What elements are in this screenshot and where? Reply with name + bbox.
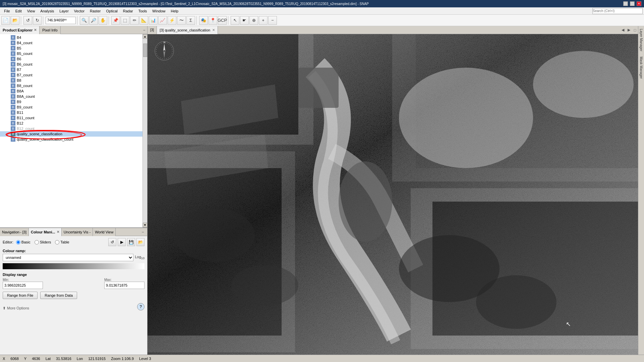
basic-radio-label[interactable]: Basic [16, 240, 31, 244]
draw-button[interactable]: ✏ [130, 16, 139, 25]
tree-item-quality-scene-classification[interactable]: B quality_scene_classification [0, 131, 142, 137]
mask-button[interactable]: 🎭 [199, 16, 208, 25]
zoom-in-button[interactable]: 🔍 [80, 16, 89, 25]
pin-button[interactable]: 📍 [209, 16, 217, 25]
tree-item-b9count[interactable]: B B9_count [0, 104, 142, 110]
tree-item-b11[interactable]: B B11 [0, 110, 142, 115]
image-tab-3[interactable]: [3] [148, 26, 157, 34]
navigation-tab[interactable]: Navigation - [3] [0, 228, 29, 236]
pan-button[interactable]: ✋ [99, 16, 107, 25]
colour-ramp-select[interactable]: unnamed [3, 254, 133, 261]
tree-item-b5[interactable]: B B5 [0, 46, 142, 51]
tree-item-b7[interactable]: B B7 [0, 67, 142, 72]
spectrum-button[interactable]: 📊 [149, 16, 158, 25]
tree-item-b8acount[interactable]: B B8A_count [0, 94, 142, 99]
tree-item-b9[interactable]: B B9 [0, 99, 142, 104]
menu-radar[interactable]: Radar [120, 8, 136, 14]
range-from-file-button[interactable]: Range from File [3, 292, 38, 299]
layer-manager-label[interactable]: Layer Manager [639, 26, 644, 54]
minimize-button[interactable]: — [623, 1, 628, 6]
tree-item-b12count[interactable]: B B12_count [0, 126, 142, 131]
tree-item-b8count[interactable]: B B8_count [0, 83, 142, 88]
uncertainty-vis-tab[interactable]: Uncertainty Vis - [62, 228, 93, 236]
tree-item-b5count[interactable]: B B5_count [0, 51, 142, 56]
zoom-button[interactable]: ⊕ [249, 16, 258, 25]
mask-manager-label[interactable]: Mask Manager [639, 54, 644, 81]
min-input[interactable] [3, 282, 43, 289]
image-area[interactable]: N ↖ [148, 34, 638, 355]
tree-item-b6[interactable]: B B6 [0, 56, 142, 62]
stat-button[interactable]: Σ [186, 16, 195, 25]
pin-scene-button[interactable]: 📌 [111, 16, 120, 25]
sliders-radio[interactable] [35, 240, 39, 244]
tree-scrollbar[interactable]: ▲ ▼ [142, 34, 147, 227]
scroll-up-arrow[interactable]: ▲ [143, 34, 148, 39]
tree-item-b4count[interactable]: B B4_count [0, 40, 142, 46]
image-tab-close[interactable]: ✕ [212, 28, 215, 32]
menu-optical[interactable]: Optical [103, 8, 120, 14]
menu-analysis[interactable]: Analysis [38, 8, 57, 14]
menu-layer[interactable]: Layer [57, 8, 71, 14]
zoomout-button[interactable]: − [268, 16, 277, 25]
panel-close-button[interactable]: − [141, 27, 147, 33]
open-button[interactable]: 📂 [11, 16, 19, 25]
select-button[interactable]: ⬚ [121, 16, 129, 25]
menu-raster[interactable]: Raster [87, 8, 103, 14]
tree-item-b4[interactable]: B B4 [0, 35, 142, 40]
profile-button[interactable]: 〜 [177, 16, 186, 25]
colour-manipulation-tab[interactable]: Colour Mani... ✕ [29, 228, 62, 236]
menu-help[interactable]: Help [168, 8, 181, 14]
tree-item-b7count[interactable]: B B7_count [0, 72, 142, 78]
maximize-tab-button[interactable]: □ [632, 27, 638, 33]
menu-window[interactable]: Window [150, 8, 168, 14]
menu-edit[interactable]: Edit [13, 8, 24, 14]
menu-tools[interactable]: Tools [136, 8, 150, 14]
menu-vector[interactable]: Vector [71, 8, 87, 14]
close-button[interactable]: ✕ [637, 1, 641, 6]
world-view-tab[interactable]: World View [93, 228, 116, 236]
coord-input[interactable] [46, 17, 76, 24]
hand-button[interactable]: ☛ [240, 16, 249, 25]
zoomin-button[interactable]: + [259, 16, 268, 25]
undo-button[interactable]: ↺ [23, 16, 32, 25]
prev-tab-button[interactable]: ◀ [620, 27, 626, 33]
apply-button[interactable]: ▶ [118, 238, 126, 246]
tree-item-b8[interactable]: B B8 [0, 78, 142, 83]
zoom-out-button[interactable]: 🔎 [89, 16, 98, 25]
next-tab-button[interactable]: ▶ [626, 27, 632, 33]
search-input[interactable] [592, 8, 643, 14]
redo-button[interactable]: ↻ [33, 16, 42, 25]
help-button[interactable]: ? [137, 303, 144, 310]
scroll-thumb[interactable] [143, 44, 147, 57]
tree-item-b6count[interactable]: B B6_count [0, 62, 142, 67]
nav-panel-close-button[interactable]: − [140, 229, 146, 235]
measure-button[interactable]: 📐 [139, 16, 148, 25]
new-button[interactable]: 📄 [1, 16, 10, 25]
gcp-button[interactable]: GCP [218, 16, 227, 25]
range-from-data-button[interactable]: Range from Data [40, 292, 77, 299]
import-button[interactable]: 📂 [136, 238, 144, 246]
menu-file[interactable]: File [1, 8, 13, 14]
pixel-info-tab[interactable]: Pixel Info [40, 26, 60, 34]
tree-item-b8a[interactable]: B B8A [0, 88, 142, 94]
sliders-radio-label[interactable]: Sliders [35, 240, 51, 244]
save-button[interactable]: 💾 [127, 238, 135, 246]
quality-scene-tab[interactable]: [3] quality_scene_classification ✕ [157, 26, 218, 34]
table-radio-label[interactable]: Table [55, 240, 69, 244]
product-explorer-close[interactable]: ✕ [34, 28, 37, 32]
reset-button[interactable]: ↺ [108, 238, 116, 246]
product-explorer-tab[interactable]: Product Explorer ✕ [0, 26, 40, 34]
tree-item-b11count[interactable]: B B11_count [0, 115, 142, 121]
scroll-down-arrow[interactable]: ▼ [143, 223, 148, 227]
chart-button[interactable]: 📈 [158, 16, 167, 25]
tree-item-quality-scene-classification-count[interactable]: B quality_scene_classification_count [0, 137, 142, 142]
tree-item-b12[interactable]: B B12 [0, 121, 142, 126]
basic-radio[interactable] [16, 240, 20, 244]
cursor-button[interactable]: ↖ [231, 16, 239, 25]
colour-mani-close[interactable]: ✕ [57, 230, 59, 234]
max-input[interactable] [104, 282, 144, 289]
more-options-toggle[interactable]: ⬆ More Options [3, 306, 29, 310]
table-radio[interactable] [55, 240, 59, 244]
menu-view[interactable]: View [24, 8, 38, 14]
scatter-button[interactable]: ⚡ [168, 16, 176, 25]
